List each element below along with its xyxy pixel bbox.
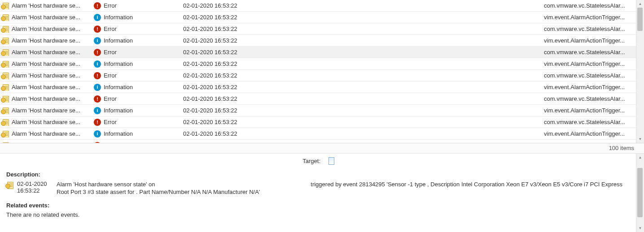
event-grid-area: Alarm 'Host hardware se...Error02-01-202… (0, 0, 644, 143)
info-icon (94, 130, 101, 137)
event-datetime: 02-01-2020 16:53:22 (183, 49, 237, 56)
alarm-icon (2, 95, 10, 103)
event-description: Alarm 'Host hardware se... (12, 2, 80, 9)
error-icon (94, 95, 101, 103)
event-type-id: com.vmware.vc.StatelessAlar... (544, 49, 625, 56)
event-row[interactable]: Alarm 'Host hardware se...Error02-01-202… (0, 70, 636, 82)
event-description: Alarm 'Host hardware se... (12, 49, 80, 56)
info-icon (94, 84, 101, 91)
event-datetime: 02-01-2020 16:53:22 (183, 37, 237, 44)
info-icon (94, 60, 101, 68)
alarm-icon (2, 60, 10, 68)
event-type-id: vim.event.AlarmActionTrigger... (544, 60, 625, 67)
event-row[interactable]: Alarm 'Host hardware se...Error02-01-202… (0, 47, 636, 58)
event-datetime: 02-01-2020 16:53:22 (183, 107, 237, 114)
event-row[interactable]: Alarm 'Host hardware se...Information02-… (0, 12, 636, 23)
event-type: Error (104, 119, 117, 125)
error-icon (94, 2, 101, 9)
event-row[interactable]: Alarm 'Host hardware se...Information02-… (0, 105, 636, 116)
event-type: Error (104, 95, 117, 102)
event-datetime: 02-01-2020 16:53:22 (183, 26, 237, 32)
event-row[interactable]: Alarm 'Host hardware se...Error02-01-202… (0, 116, 636, 128)
event-type: Information (104, 84, 133, 90)
event-description: Alarm 'Host hardware se... (12, 142, 80, 143)
event-datetime: 02-01-2020 16:53:22 (183, 130, 237, 137)
alarm-icon (2, 142, 10, 143)
description-body: 02-01-2020 16:53:22 Alarm 'Host hardware… (6, 180, 630, 196)
event-datetime: 02-01-2020 16:53:22 (183, 2, 237, 9)
event-description: Alarm 'Host hardware se... (12, 37, 80, 44)
event-type: Information (104, 60, 133, 67)
host-icon[interactable] (329, 157, 334, 165)
event-type: Information (104, 107, 133, 114)
event-type: Error (104, 2, 117, 9)
detail-scrollbar[interactable]: ▲ ▼ (636, 154, 644, 232)
event-datetime: 02-01-2020 16:53:22 (183, 142, 237, 143)
error-icon (94, 119, 101, 126)
event-description: Alarm 'Host hardware se... (12, 130, 80, 137)
detail-panel: Target: Description: 02-01-2020 16:53:22… (0, 154, 636, 232)
event-type: Error (104, 142, 117, 143)
scroll-up-button[interactable]: ▲ (636, 0, 644, 8)
scroll-thumb[interactable] (637, 168, 643, 217)
event-description: Alarm 'Host hardware se... (12, 26, 80, 32)
alarm-icon (2, 72, 10, 79)
event-row[interactable]: Alarm 'Host hardware se...Information02-… (0, 58, 636, 70)
event-datetime: 02-01-2020 16:53:22 (183, 119, 237, 125)
scroll-down-button[interactable]: ▼ (636, 224, 644, 232)
scroll-thumb[interactable] (637, 8, 643, 31)
event-type: Error (104, 49, 117, 56)
no-related-text: There are no related events. (6, 211, 630, 218)
error-icon (94, 49, 101, 56)
section-description-title: Description: (6, 171, 630, 178)
event-type: Information (104, 37, 133, 44)
error-icon (94, 72, 101, 79)
event-type-id: com.vmware.vc.StatelessAlar... (544, 119, 625, 125)
event-row[interactable]: Alarm 'Host hardware se...Error02-01-202… (0, 93, 636, 105)
event-type-id: vim.event.AlarmActionTrigger... (544, 84, 625, 90)
event-type-id: vim.event.AlarmActionTrigger... (544, 107, 625, 114)
info-icon (94, 107, 101, 114)
event-description: Alarm 'Host hardware se... (12, 14, 80, 21)
event-type-id: com.vmware.vc.StatelessAlar... (544, 72, 625, 79)
detail-panel-area: Target: Description: 02-01-2020 16:53:22… (0, 154, 644, 232)
grid-scrollbar[interactable]: ▲ ▼ (636, 0, 644, 143)
alarm-icon (2, 130, 10, 137)
event-grid[interactable]: Alarm 'Host hardware se...Error02-01-202… (0, 0, 636, 143)
event-type-id: com.vmware.vc.StatelessAlar... (544, 26, 625, 32)
event-datetime: 02-01-2020 16:53:22 (183, 84, 237, 90)
alarm-icon (2, 26, 10, 33)
event-description: Alarm 'Host hardware se... (12, 119, 80, 125)
event-row[interactable]: Alarm 'Host hardware se...Information02-… (0, 35, 636, 47)
event-datetime: 02-01-2020 16:53:22 (183, 60, 237, 67)
detail-text: Alarm 'Host hardware sensor state' on tr… (57, 180, 630, 196)
error-icon (94, 142, 101, 143)
event-datetime: 02-01-2020 16:53:22 (183, 95, 237, 102)
alarm-icon (2, 49, 10, 56)
scroll-down-button[interactable]: ▼ (636, 135, 644, 143)
event-row[interactable]: Alarm 'Host hardware se...Error02-01-202… (0, 0, 636, 12)
item-count: 100 items (0, 143, 644, 154)
event-row[interactable]: Alarm 'Host hardware se...Information02-… (0, 128, 636, 140)
alarm-icon (2, 107, 10, 114)
event-type-id: com.vmware.vc.StatelessAlar... (544, 2, 625, 9)
scroll-up-button[interactable]: ▲ (636, 154, 644, 161)
event-row[interactable]: Alarm 'Host hardware se...Information02-… (0, 82, 636, 93)
info-icon (94, 37, 101, 44)
event-row[interactable]: Alarm 'Host hardware se...Error02-01-202… (0, 23, 636, 35)
event-row[interactable]: Alarm 'Host hardware se...Error02-01-202… (0, 140, 636, 143)
error-icon (94, 26, 101, 33)
detail-datetime: 02-01-2020 16:53:22 (17, 180, 57, 194)
alarm-icon (2, 14, 10, 21)
alarm-icon (2, 119, 10, 126)
event-type: Error (104, 72, 117, 79)
event-type: Error (104, 26, 117, 32)
info-icon (94, 14, 101, 21)
event-datetime: 02-01-2020 16:53:22 (183, 72, 237, 79)
event-description: Alarm 'Host hardware se... (12, 60, 80, 67)
label-target: Target: (6, 158, 329, 164)
alarm-icon (2, 2, 10, 9)
event-description: Alarm 'Host hardware se... (12, 72, 80, 79)
event-type-id: vim.event.AlarmActionTrigger... (544, 37, 625, 44)
event-type-id: com.vmware.vc.StatelessAlar... (544, 95, 625, 102)
